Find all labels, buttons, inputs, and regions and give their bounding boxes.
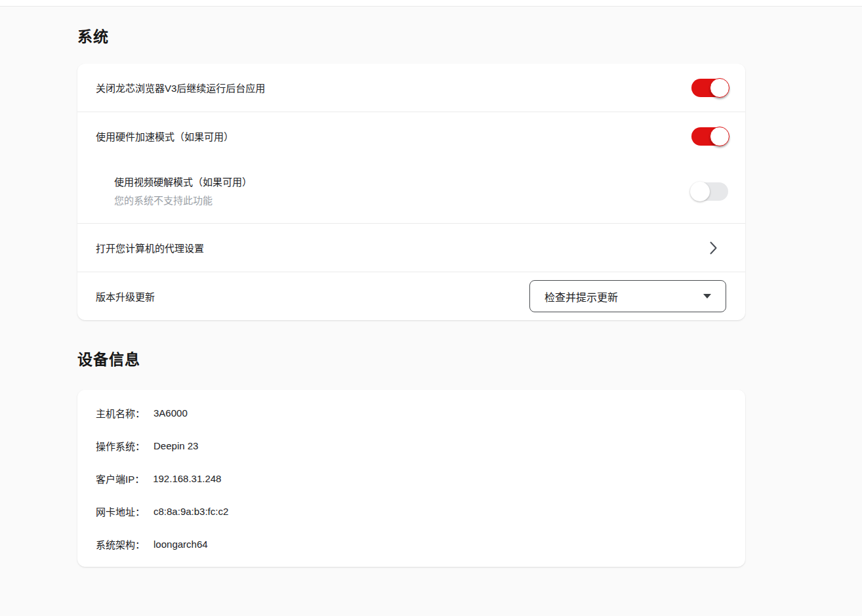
chevron-right-icon [709, 241, 718, 255]
mac-address-label: 网卡地址： [96, 504, 145, 518]
toggle-knob [710, 127, 729, 146]
caret-down-icon [703, 294, 711, 298]
background-apps-label: 关闭龙芯浏览器V3后继续运行后台应用 [96, 81, 265, 94]
toggle-knob [710, 78, 729, 98]
info-row-arch: 系统架构： loongarch64 [77, 527, 745, 560]
update-mode-select[interactable]: 检查并提示更新 [529, 280, 726, 312]
system-settings-card: 关闭龙芯浏览器V3后继续运行后台应用 使用硬件加速模式（如果可用） 使用视频硬解… [77, 64, 745, 320]
version-update-label: 版本升级更新 [96, 289, 155, 303]
video-decode-label: 使用视频硬解模式（如果可用） [114, 173, 252, 192]
device-info-card: 主机名称： 3A6000 操作系统： Deepin 23 客户端IP： 192.… [77, 390, 745, 567]
hostname-label: 主机名称： [96, 406, 145, 420]
update-mode-selected-value: 检查并提示更新 [544, 289, 618, 304]
hardware-accel-label: 使用硬件加速模式（如果可用） [96, 129, 234, 143]
proxy-settings-label: 打开您计算机的代理设置 [96, 241, 204, 255]
toggle-knob [690, 182, 710, 201]
settings-content: 系统 关闭龙芯浏览器V3后继续运行后台应用 使用硬件加速模式（如果可用） 使用视… [0, 27, 862, 567]
row-version-update: 版本升级更新 检查并提示更新 [77, 272, 745, 320]
mac-address-value: c8:8a:9a:b3:fc:c2 [154, 506, 228, 517]
video-decode-sublabel: 您的系统不支持此功能 [114, 192, 252, 210]
os-label: 操作系统： [96, 439, 145, 453]
info-row-mac-address: 网卡地址： c8:8a:9a:b3:fc:c2 [77, 495, 745, 527]
os-value: Deepin 23 [154, 440, 198, 451]
row-video-decode: 使用视频硬解模式（如果可用） 您的系统不支持此功能 [77, 160, 745, 223]
video-decode-text: 使用视频硬解模式（如果可用） 您的系统不支持此功能 [114, 173, 252, 210]
video-decode-toggle[interactable] [691, 182, 728, 201]
row-hardware-accel: 使用硬件加速模式（如果可用） [77, 112, 745, 160]
row-background-apps: 关闭龙芯浏览器V3后继续运行后台应用 [77, 64, 745, 112]
arch-value: loongarch64 [154, 539, 208, 550]
client-ip-label: 客户端IP： [96, 472, 144, 485]
background-apps-toggle[interactable] [691, 79, 728, 97]
hardware-accel-toggle[interactable] [691, 127, 728, 146]
info-row-client-ip: 客户端IP： 192.168.31.248 [77, 462, 745, 495]
section-title-device: 设备信息 [77, 350, 862, 369]
section-title-system: 系统 [77, 27, 862, 47]
info-row-os: 操作系统： Deepin 23 [77, 429, 745, 462]
arch-label: 系统架构： [96, 537, 145, 551]
top-toolbar-edge [0, 0, 862, 7]
row-proxy-settings[interactable]: 打开您计算机的代理设置 [77, 224, 745, 272]
info-row-hostname: 主机名称： 3A6000 [77, 396, 745, 429]
hostname-value: 3A6000 [154, 407, 188, 419]
client-ip-value: 192.168.31.248 [153, 473, 221, 484]
